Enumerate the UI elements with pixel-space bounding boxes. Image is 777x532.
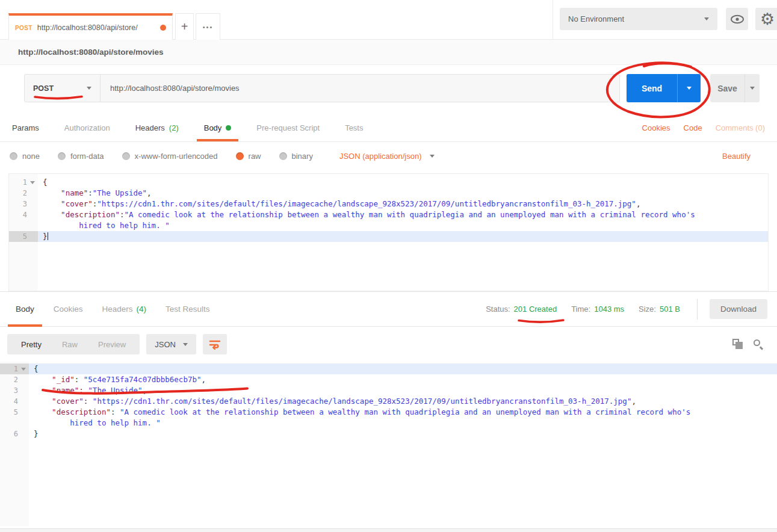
request-links: Cookies Code Comments (0) <box>642 123 765 132</box>
search-response-button[interactable] <box>753 339 764 350</box>
line-number-gutter: 3 <box>0 385 29 396</box>
tab-tests[interactable]: Tests <box>345 114 363 141</box>
code-line[interactable]: hired to help him. " <box>9 220 768 231</box>
request-tab[interactable]: POST http://localhost:8080/api/store/ <box>8 13 173 40</box>
code-line[interactable]: 5} <box>9 231 768 242</box>
tab-overflow-button[interactable]: ••• <box>196 13 220 40</box>
code-text: "cover": "https://cdn1.thr.com/sites/def… <box>29 396 777 407</box>
code-line[interactable]: 3 "cover":"https://cdn1.thr.com/sites/de… <box>9 199 768 209</box>
tab-params[interactable]: Params <box>12 114 39 141</box>
save-button-group: Save <box>710 74 760 102</box>
view-pretty[interactable]: Pretty <box>11 340 52 349</box>
body-filled-dot-icon <box>226 125 231 131</box>
time-value: 1043 ms <box>594 305 624 314</box>
radio-selected-icon <box>236 152 244 160</box>
radio-icon <box>122 152 130 160</box>
chevron-down-icon <box>687 87 692 90</box>
beautify-link[interactable]: Beautify <box>722 152 751 161</box>
url-input[interactable] <box>101 75 619 102</box>
time-label: Time: <box>571 305 590 314</box>
response-tab-body[interactable]: Body <box>16 292 34 326</box>
view-preview[interactable]: Preview <box>88 340 136 349</box>
download-button[interactable]: Download <box>710 299 767 319</box>
send-button-group: Send <box>627 74 701 102</box>
code-text: "name":"The Upside", <box>38 188 768 199</box>
tab-headers[interactable]: Headers (2) <box>135 114 179 141</box>
line-number-gutter: 4 <box>9 209 38 220</box>
horizontal-scrollbar[interactable] <box>0 528 777 532</box>
mode-x-www-form-urlencoded[interactable]: x-www-form-urlencoded <box>122 152 218 161</box>
eye-icon <box>730 14 744 24</box>
body-mode-row: none form-data x-www-form-urlencoded raw… <box>0 142 777 170</box>
line-number-gutter: 2 <box>9 188 38 199</box>
mode-raw[interactable]: raw <box>236 152 261 161</box>
environment-select[interactable]: No Environment <box>560 8 717 30</box>
copy-response-button[interactable] <box>732 339 743 350</box>
response-headers-count: (4) <box>137 305 147 314</box>
view-raw[interactable]: Raw <box>52 340 88 349</box>
code-line[interactable]: 5 "description": "A comedic look at the … <box>0 407 777 418</box>
comments-link[interactable]: Comments (0) <box>716 123 765 132</box>
line-number-gutter: 1 <box>0 363 29 374</box>
response-body-editor[interactable]: 1{2 "_id": "5c4e715fa74c07dbbb6ecb7b",3 … <box>0 362 777 526</box>
response-format-dropdown[interactable]: JSON <box>146 334 196 354</box>
code-line[interactable]: 1{ <box>0 363 777 374</box>
wrap-text-button[interactable] <box>203 334 227 354</box>
environment-preview-button[interactable] <box>726 8 748 30</box>
code-line[interactable]: 2 "name":"The Upside", <box>9 188 768 199</box>
text-cursor <box>48 232 48 240</box>
code-text: hired to help him. " <box>29 418 777 428</box>
content-type-dropdown[interactable]: JSON (application/json) <box>339 152 435 161</box>
code-line[interactable]: 2 "_id": "5c4e715fa74c07dbbb6ecb7b", <box>0 374 777 385</box>
mode-form-data[interactable]: form-data <box>58 152 104 161</box>
response-status-area: Status: 201 Created Time: 1043 ms Size: … <box>486 299 771 320</box>
radio-icon <box>58 152 66 160</box>
code-text: } <box>29 428 777 439</box>
mode-none[interactable]: none <box>10 152 40 161</box>
line-number-gutter: 1 <box>9 177 38 188</box>
header-divider <box>553 0 553 40</box>
response-tab-headers[interactable]: Headers (4) <box>102 292 147 326</box>
response-icon-group <box>732 339 764 350</box>
request-name: http://localhost:8080/api/store/movies <box>18 48 164 57</box>
new-tab-button[interactable]: + <box>175 13 194 40</box>
send-options-button[interactable] <box>677 74 701 102</box>
settings-button[interactable]: ⚙ <box>755 8 777 30</box>
radio-icon <box>10 152 17 160</box>
method-dropdown[interactable]: POST <box>25 75 101 102</box>
response-tab-cookies[interactable]: Cookies <box>54 292 83 326</box>
line-number-gutter: 5 <box>0 407 29 418</box>
tab-body[interactable]: Body <box>204 114 232 141</box>
fold-arrow-icon[interactable] <box>21 368 26 371</box>
save-button[interactable]: Save <box>710 74 744 102</box>
save-options-button[interactable] <box>744 74 760 102</box>
tab-authorization[interactable]: Authorization <box>64 114 110 141</box>
code-line[interactable]: 4 "cover": "https://cdn1.thr.com/sites/d… <box>0 396 777 407</box>
code-line[interactable]: 4 "description":"A comedic look at the r… <box>9 209 768 220</box>
line-number-gutter: 4 <box>0 396 29 407</box>
code-text: hired to help him. " <box>38 220 768 231</box>
response-tab-test-results[interactable]: Test Results <box>166 292 210 326</box>
code-link[interactable]: Code <box>684 123 702 132</box>
code-line[interactable]: hired to help him. " <box>0 418 777 428</box>
status-divider <box>697 299 698 320</box>
send-button[interactable]: Send <box>627 74 677 102</box>
tab-bar: POST http://localhost:8080/api/store/ + … <box>0 0 777 40</box>
unsaved-dot-icon <box>160 25 166 31</box>
request-body-editor[interactable]: 1{2 "name":"The Upside",3 "cover":"https… <box>8 173 769 291</box>
fold-arrow-icon[interactable] <box>30 181 35 184</box>
tab-method-label: POST <box>15 25 33 31</box>
code-text: "name": "The Upside", <box>29 385 777 396</box>
request-tabs: Params Authorization Headers (2) Body Pr… <box>0 114 777 142</box>
tab-pre-request-script[interactable]: Pre-request Script <box>256 114 320 141</box>
code-line[interactable]: 1{ <box>9 177 768 188</box>
mode-binary[interactable]: binary <box>279 152 313 161</box>
wrap-text-icon <box>209 339 221 350</box>
code-line[interactable]: 6} <box>0 428 777 439</box>
gear-icon: ⚙ <box>760 11 775 27</box>
code-text: { <box>29 363 777 374</box>
cookies-link[interactable]: Cookies <box>642 123 670 132</box>
code-line[interactable]: 3 "name": "The Upside", <box>0 385 777 396</box>
line-number-gutter: 3 <box>9 199 38 209</box>
code-text: "description": "A comedic look at the re… <box>29 407 777 418</box>
